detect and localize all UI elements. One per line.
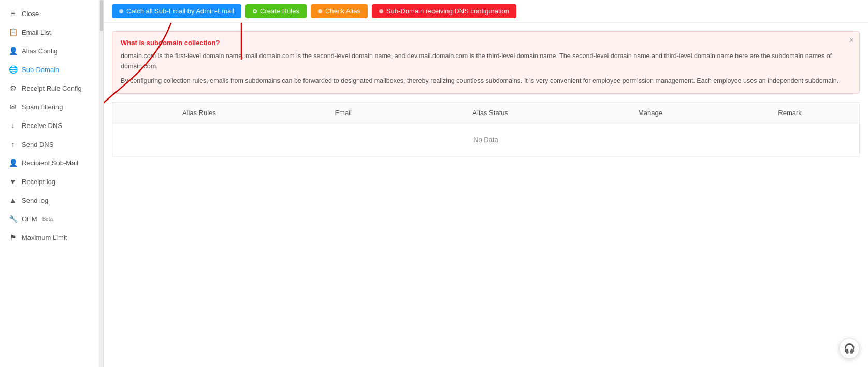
email-list-icon: 📋 — [8, 28, 18, 36]
scroll-thumb[interactable] — [100, 0, 103, 31]
sidebar-item-maximum-limit[interactable]: ⚑ Maximum Limit — [0, 228, 99, 247]
sidebar-item-sub-domain[interactable]: 🌐 Sub-Domain — [0, 60, 99, 79]
spam-filtering-icon: ✉ — [8, 103, 18, 111]
receipt-log-icon: ▼ — [8, 177, 18, 186]
toolbar: Catch all Sub-Email by Admin-Email Creat… — [104, 0, 868, 23]
create-rules-button[interactable]: Create Rules — [245, 4, 307, 18]
sidebar-item-recipient-sub-mail[interactable]: 👤 Recipient Sub-Mail — [0, 153, 99, 172]
sidebar-item-email-list[interactable]: 📋 Email List — [0, 23, 99, 41]
send-dns-icon: ↑ — [8, 140, 18, 148]
main-content: Catch all Sub-Email by Admin-Email Creat… — [104, 0, 868, 367]
sidebar-item-oem[interactable]: 🔧 OEM Beta — [0, 209, 99, 228]
sidebar-item-receive-dns[interactable]: ↓ Receive DNS — [0, 116, 99, 135]
check-alias-icon — [318, 9, 322, 13]
sidebar-item-alias-config[interactable]: 👤 Alias Config — [0, 41, 99, 60]
beta-badge: Beta — [42, 216, 53, 222]
scrollbar[interactable] — [99, 0, 104, 367]
alias-rules-table: Alias Rules Email Alias Status Manage Re… — [112, 102, 860, 157]
col-alias-rules: Alias Rules — [112, 103, 286, 123]
create-rules-icon — [253, 9, 257, 13]
info-box: What is subdomain collection? domain.com… — [112, 31, 860, 94]
close-icon: ≡ — [8, 9, 18, 18]
info-box-paragraph-1: domain.com is the first-level domain nam… — [121, 51, 851, 72]
support-icon-button[interactable]: 🎧 — [839, 338, 860, 359]
col-manage: Manage — [580, 103, 721, 123]
check-alias-button[interactable]: Check Alias — [311, 4, 368, 18]
col-email: Email — [286, 103, 401, 123]
info-box-close-button[interactable]: × — [849, 36, 854, 45]
recipient-sub-mail-icon: 👤 — [8, 159, 18, 167]
col-remark: Remark — [720, 103, 859, 123]
info-box-paragraph-2: By configuring collection rules, emails … — [121, 76, 851, 86]
sidebar-item-send-log[interactable]: ▲ Send log — [0, 191, 99, 209]
sidebar: ≡ Close 📋 Email List 👤 Alias Config 🌐 Su… — [0, 0, 99, 367]
receipt-rule-config-icon: ⚙ — [8, 84, 18, 92]
sidebar-item-receipt-rule-config[interactable]: ⚙ Receipt Rule Config — [0, 79, 99, 97]
sidebar-item-close[interactable]: ≡ Close — [0, 4, 99, 23]
sidebar-item-receipt-log[interactable]: ▼ Receipt log — [0, 172, 99, 191]
receive-dns-icon: ↓ — [8, 121, 18, 130]
sub-domain-dns-button[interactable]: Sub-Domain receiving DNS configuration — [372, 4, 516, 18]
col-alias-status: Alias Status — [401, 103, 580, 123]
sub-domain-dns-icon — [379, 9, 383, 13]
content-area: What is subdomain collection? domain.com… — [104, 23, 868, 367]
no-data-text: No Data — [112, 123, 860, 157]
catch-all-button[interactable]: Catch all Sub-Email by Admin-Email — [112, 4, 241, 18]
table-empty-row: No Data — [112, 123, 860, 157]
sidebar-item-spam-filtering[interactable]: ✉ Spam filtering — [0, 97, 99, 116]
oem-icon: 🔧 — [8, 215, 18, 223]
alias-config-icon: 👤 — [8, 47, 18, 55]
sub-domain-icon: 🌐 — [8, 65, 18, 74]
sidebar-item-send-dns[interactable]: ↑ Send DNS — [0, 135, 99, 153]
send-log-icon: ▲ — [8, 196, 18, 204]
table-header-row: Alias Rules Email Alias Status Manage Re… — [112, 103, 860, 123]
catch-all-icon — [119, 9, 123, 13]
maximum-limit-icon: ⚑ — [8, 233, 18, 242]
info-box-title: What is subdomain collection? — [121, 39, 851, 47]
